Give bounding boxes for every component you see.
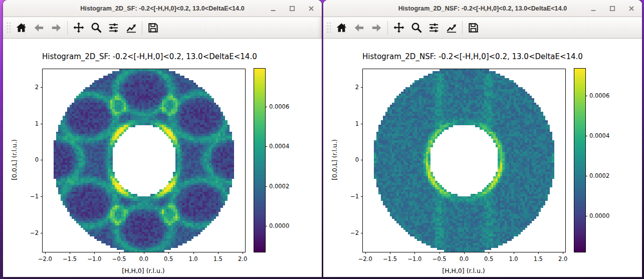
home-button[interactable] [333, 19, 350, 36]
x-tick-label: −2.0 [38, 255, 52, 262]
maximize-button[interactable] [608, 4, 617, 13]
minimize-button[interactable] [589, 4, 598, 13]
y-axis-label: [0,0,L] (r.l.u.) [331, 139, 338, 180]
save-button[interactable] [465, 19, 482, 36]
heatmap-canvas-sf[interactable] [43, 69, 245, 252]
configure-subplots-button[interactable] [425, 19, 443, 36]
matplotlib-toolbar [323, 17, 642, 39]
window-histogram-2d-sf: Histogram_2D_SF: -0.2<[-H,H,0]<0.2, 13.0… [3, 0, 322, 277]
window-histogram-2d-nsf: Histogram_2D_NSF: -0.2<[-H,H,0]<0.2, 13.… [323, 0, 642, 277]
matplotlib-toolbar [3, 17, 322, 39]
x-tick [168, 252, 169, 254]
configure-subplots-button[interactable] [105, 19, 122, 36]
plot-title: Histogram_2D_NSF: -0.2<[-H,H,0]<0.2, 13.… [362, 52, 565, 61]
home-button[interactable] [13, 19, 30, 36]
y-tick [41, 124, 43, 124]
colorbar-tick [585, 216, 587, 216]
x-tick-label: 0.0 [460, 255, 469, 262]
figure-canvas-area: Histogram_2D_NSF: -0.2<[-H,H,0]<0.2, 13.… [323, 39, 642, 277]
plot-axes-nsf: −2.0−1.5−1.0−0.50.00.51.01.52.0−2−1012 [362, 69, 566, 252]
x-tick [390, 252, 390, 254]
window-controls [589, 0, 636, 17]
colorbar-canvas [574, 69, 585, 252]
x-tick-label: −0.5 [112, 255, 126, 262]
window-title: Histogram_2D_NSF: -0.2<[-H,H,0]<0.2, 13.… [398, 5, 567, 12]
x-axis-label: [H,H,0] (r.l.u.) [42, 267, 245, 274]
zoom-button[interactable] [407, 19, 425, 36]
y-tick-label: 1 [355, 120, 359, 127]
close-button[interactable] [307, 4, 316, 13]
x-tick-label: −1.5 [383, 255, 397, 262]
x-tick-label: −2.0 [358, 255, 372, 262]
colorbar-tick-label: 0.0002 [589, 172, 609, 179]
x-tick [464, 252, 465, 254]
y-tick-label: −1 [30, 193, 39, 200]
x-tick-label: −1.0 [407, 255, 421, 262]
titlebar[interactable]: Histogram_2D_SF: -0.2<[-H,H,0]<0.2, 13.0… [3, 0, 322, 17]
colorbar-tick-label: 0.0000 [269, 222, 289, 229]
x-tick [563, 252, 563, 254]
close-button[interactable] [627, 4, 636, 13]
toolbar-drag-handle[interactable] [6, 21, 12, 34]
x-tick-label: 1.5 [534, 255, 543, 262]
y-tick-label: 1 [35, 120, 39, 127]
toolbar-separator [462, 21, 463, 35]
colorbar-tick [265, 146, 267, 147]
pan-button[interactable] [70, 19, 87, 36]
toolbar-separator [142, 21, 142, 35]
colorbar-nsf: 0.00000.00020.00040.0006 [574, 68, 586, 252]
y-tick [41, 196, 43, 197]
y-tick [361, 160, 363, 160]
pan-button[interactable] [390, 19, 407, 36]
y-tick-label: −2 [350, 229, 359, 236]
toolbar-separator [67, 21, 68, 35]
colorbar-tick [265, 186, 267, 187]
heatmap-canvas-nsf[interactable] [363, 69, 565, 252]
titlebar[interactable]: Histogram_2D_NSF: -0.2<[-H,H,0]<0.2, 13.… [323, 0, 642, 17]
save-button[interactable] [144, 19, 162, 36]
colorbar-tick [585, 96, 587, 96]
x-tick [365, 252, 366, 254]
x-tick-label: 1.5 [213, 255, 223, 262]
edit-parameters-button[interactable] [122, 19, 140, 36]
plot-title: Histogram_2D_SF: -0.2<[-H,H,0]<0.2, 13.0… [42, 52, 245, 61]
x-tick-label: 0.5 [484, 255, 493, 262]
x-tick-label: 2.0 [558, 255, 567, 262]
x-axis-label: [H,H,0] (r.l.u.) [362, 267, 565, 274]
y-tick-label: 2 [35, 84, 39, 91]
back-button[interactable] [30, 19, 48, 36]
toolbar-separator [387, 21, 388, 35]
colorbar-tick-label: 0.0000 [589, 212, 609, 219]
maximize-button[interactable] [288, 4, 297, 13]
colorbar-tick [585, 136, 587, 136]
y-tick [361, 233, 363, 233]
y-tick [41, 87, 43, 88]
y-tick-label: −1 [350, 193, 359, 200]
x-tick [119, 252, 120, 254]
colorbar-tick [265, 226, 267, 226]
x-tick [243, 252, 243, 254]
x-tick-label: 2.0 [238, 255, 247, 262]
x-tick-label: −0.5 [433, 255, 447, 262]
x-tick-label: 0.5 [164, 255, 173, 262]
colorbar-sf: 0.00000.00020.00040.0006 [254, 68, 266, 252]
x-tick [440, 252, 440, 254]
y-axis-label: [0,0,L] (r.l.u.) [11, 139, 18, 180]
minimize-button[interactable] [269, 4, 278, 13]
x-tick-label: 1.0 [509, 255, 518, 262]
desktop-background: Histogram_2D_SF: -0.2<[-H,H,0]<0.2, 13.0… [0, 0, 644, 279]
zoom-button[interactable] [87, 19, 105, 36]
edit-parameters-button[interactable] [443, 19, 460, 36]
x-tick [218, 252, 219, 254]
x-tick [538, 252, 539, 254]
back-button[interactable] [350, 19, 368, 36]
plot-axes-sf: −2.0−1.5−1.0−0.50.00.51.01.52.0−2−1012 [42, 69, 246, 252]
colorbar-canvas [254, 69, 265, 252]
x-tick-label: −1.5 [63, 255, 77, 262]
colorbar-tick-label: 0.0006 [269, 103, 289, 110]
forward-button[interactable] [48, 19, 65, 36]
y-tick [361, 87, 363, 88]
colorbar-tick [585, 176, 587, 176]
forward-button[interactable] [368, 19, 385, 36]
toolbar-drag-handle[interactable] [326, 21, 332, 34]
